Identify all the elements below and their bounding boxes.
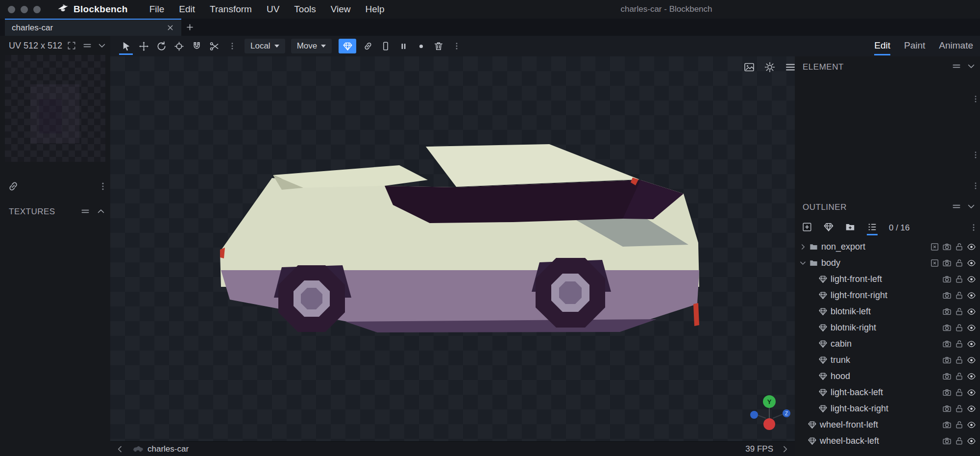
menu-tools[interactable]: Tools <box>294 4 316 15</box>
camera-icon[interactable] <box>942 291 952 300</box>
maximize-window-button[interactable] <box>33 6 41 13</box>
export-toggle-icon[interactable] <box>930 242 939 252</box>
view-gizmo[interactable]: Z Y <box>740 388 799 447</box>
collapse-panel-icon[interactable] <box>97 41 107 51</box>
panel-overflow-icon[interactable] <box>971 181 980 190</box>
unlock-icon[interactable] <box>955 275 964 284</box>
gizmo-axis-ball[interactable] <box>750 411 758 419</box>
outliner-mesh-row[interactable]: hood <box>795 368 980 384</box>
panel-menu-icon[interactable] <box>82 41 92 51</box>
outliner-mesh-row[interactable]: cabin <box>795 336 980 352</box>
uv-texture-preview[interactable] <box>5 55 105 162</box>
outliner-mesh-row[interactable]: blotnik-right <box>795 320 980 336</box>
camera-icon[interactable] <box>942 388 952 397</box>
menu-uv[interactable]: UV <box>267 4 279 15</box>
unlock-icon[interactable] <box>955 339 964 349</box>
unlock-icon[interactable] <box>955 404 964 413</box>
unlock-icon[interactable] <box>955 291 964 300</box>
menu-file[interactable]: File <box>149 4 165 15</box>
unlock-icon[interactable] <box>955 388 964 397</box>
mode-tab-edit[interactable]: Edit <box>874 36 890 56</box>
unlock-icon[interactable] <box>955 323 964 332</box>
eye-icon[interactable] <box>967 436 976 446</box>
pause-button[interactable] <box>394 37 412 55</box>
eye-icon[interactable] <box>967 258 976 268</box>
menu-help[interactable]: Help <box>366 4 385 15</box>
close-window-button[interactable] <box>8 6 15 13</box>
fullscreen-icon[interactable] <box>67 41 76 51</box>
minimize-window-button[interactable] <box>21 6 28 13</box>
add-group-icon[interactable] <box>845 222 856 232</box>
camera-icon[interactable] <box>942 275 952 284</box>
eye-icon[interactable] <box>967 275 976 284</box>
gizmo-x-ball[interactable] <box>763 418 775 430</box>
eye-icon[interactable] <box>967 355 976 365</box>
textures-menu-icon[interactable] <box>80 206 90 216</box>
mode-tab-animate[interactable]: Animate <box>939 36 973 56</box>
eye-icon[interactable] <box>967 323 976 332</box>
eye-icon[interactable] <box>967 339 976 349</box>
camera-icon[interactable] <box>942 372 952 381</box>
unlock-icon[interactable] <box>955 258 964 268</box>
texture-menu-icon[interactable] <box>98 181 108 191</box>
eye-icon[interactable] <box>967 404 976 413</box>
link-texture-icon[interactable] <box>7 180 20 193</box>
background-image-icon[interactable] <box>743 61 755 73</box>
camera-icon[interactable] <box>942 258 952 268</box>
outliner-mesh-row[interactable]: blotnik-left <box>795 304 980 320</box>
pivot-tool-button[interactable] <box>170 37 188 55</box>
chevron-down-icon[interactable] <box>799 259 807 267</box>
collapse-element-icon[interactable] <box>966 61 976 71</box>
eye-icon[interactable] <box>967 420 976 430</box>
transform-space-dropdown[interactable]: Local <box>245 39 285 53</box>
chevron-right-icon[interactable] <box>799 243 807 251</box>
breadcrumb[interactable]: charles-car <box>147 444 189 454</box>
outliner-mesh-row[interactable]: light-back-left <box>795 384 980 401</box>
viewport-canvas[interactable]: Z Y charles-car 39 FPS <box>110 56 795 456</box>
unlock-icon[interactable] <box>955 355 964 365</box>
unlock-icon[interactable] <box>955 420 964 430</box>
select-tool-button[interactable] <box>117 37 135 55</box>
unlock-icon[interactable] <box>955 372 964 381</box>
eye-icon[interactable] <box>967 372 976 381</box>
outliner-mesh-row[interactable]: wheel-front-left <box>795 417 980 433</box>
panel-overflow-icon[interactable] <box>971 151 980 159</box>
outliner-mesh-row[interactable]: light-front-left <box>795 271 980 287</box>
add-cube-icon[interactable] <box>802 222 812 232</box>
collapse-outliner-icon[interactable] <box>966 202 976 211</box>
vertex-snap-tool-button[interactable] <box>188 37 205 55</box>
outliner-group-row[interactable]: body <box>795 255 980 271</box>
element-menu-icon[interactable] <box>952 61 961 71</box>
knife-tool-button[interactable] <box>205 37 223 55</box>
outliner-mesh-row[interactable]: light-front-right <box>795 287 980 304</box>
outliner-group-row[interactable]: non_export <box>795 239 980 255</box>
camera-icon[interactable] <box>942 323 952 332</box>
lighting-icon[interactable] <box>764 61 776 73</box>
panel-overflow-icon[interactable] <box>971 95 980 103</box>
mesh-mode-button[interactable] <box>339 39 356 53</box>
delete-button[interactable] <box>430 37 447 55</box>
mirror-panel-button[interactable] <box>377 37 394 55</box>
eye-icon[interactable] <box>967 307 976 316</box>
camera-icon[interactable] <box>942 420 952 430</box>
next-element-icon[interactable] <box>780 444 790 454</box>
camera-icon[interactable] <box>942 242 952 252</box>
toolbar-overflow-icon[interactable] <box>228 42 237 51</box>
record-button[interactable] <box>412 37 430 55</box>
prev-element-icon[interactable] <box>115 444 125 454</box>
outliner-mesh-row[interactable]: trunk <box>795 352 980 368</box>
transform-mode-dropdown[interactable]: Move <box>291 39 332 53</box>
camera-icon[interactable] <box>942 307 952 316</box>
add-mesh-icon[interactable] <box>823 222 834 232</box>
menu-view[interactable]: View <box>331 4 351 15</box>
menu-edit[interactable]: Edit <box>179 4 195 15</box>
menu-transform[interactable]: Transform <box>210 4 252 15</box>
outliner-mesh-row[interactable]: light-back-right <box>795 401 980 417</box>
outliner-overflow-icon[interactable] <box>969 223 978 232</box>
mode-tab-paint[interactable]: Paint <box>904 36 925 56</box>
new-tab-button[interactable] <box>181 19 198 36</box>
outliner-menu-icon[interactable] <box>952 202 961 211</box>
unlock-icon[interactable] <box>955 436 964 446</box>
outliner-mesh-row[interactable]: wheel-back-left <box>795 433 980 449</box>
camera-icon[interactable] <box>942 355 952 365</box>
